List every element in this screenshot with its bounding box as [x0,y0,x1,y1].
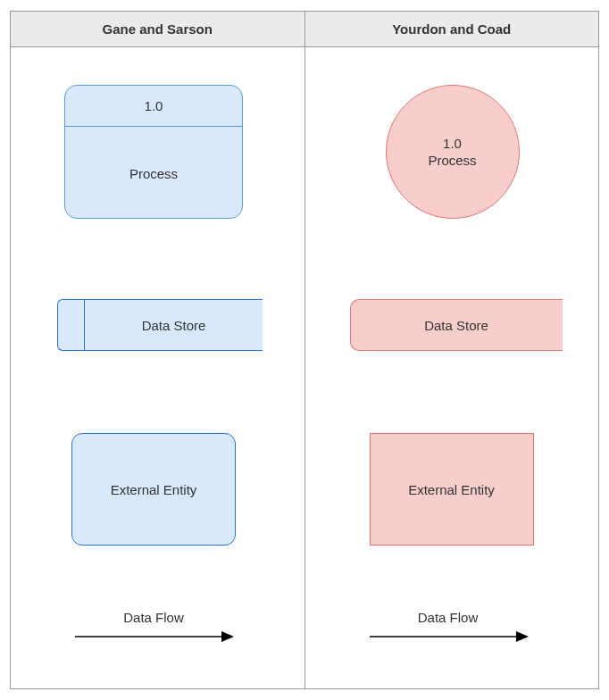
yc-datastore-label: Data Store [424,318,488,333]
body-row: 1.0 Process Data Store External Entity D… [11,47,598,688]
yc-process-shape: 1.0 Process [386,85,520,219]
svg-marker-3 [516,631,529,642]
yc-datastore-shape: Data Store [350,299,563,351]
svg-marker-1 [221,631,234,642]
comparison-table: Gane and Sarson Yourdon and Coad 1.0 Pro… [10,11,599,689]
gs-dataflow: Data Flow [73,610,234,643]
gs-dataflow-label: Data Flow [73,610,234,625]
gs-external-entity-shape: External Entity [71,433,236,546]
yc-entity-label: External Entity [408,482,495,497]
yc-process-label: Process [428,152,476,170]
arrow-icon [368,630,529,643]
gane-sarson-column: 1.0 Process Data Store External Entity D… [11,47,305,688]
yc-dataflow: Data Flow [368,610,529,643]
gs-datastore-shape: Data Store [57,299,263,351]
gs-datastore-tab [58,300,85,350]
yc-process-id: 1.0 [443,135,462,153]
arrow-icon [73,630,234,643]
yourdon-coad-column: 1.0 Process Data Store External Entity D… [305,47,599,688]
yc-external-entity-shape: External Entity [370,433,534,546]
header-row: Gane and Sarson Yourdon and Coad [11,12,598,47]
gs-process-shape: 1.0 Process [64,85,243,219]
header-gane-sarson: Gane and Sarson [11,12,305,46]
yc-dataflow-label: Data Flow [368,610,529,625]
gs-process-label: Process [65,127,242,220]
gs-entity-label: External Entity [111,482,197,497]
gs-datastore-label: Data Store [85,300,263,350]
gs-process-id: 1.0 [65,86,242,127]
header-yourdon-coad: Yourdon and Coad [305,12,599,46]
